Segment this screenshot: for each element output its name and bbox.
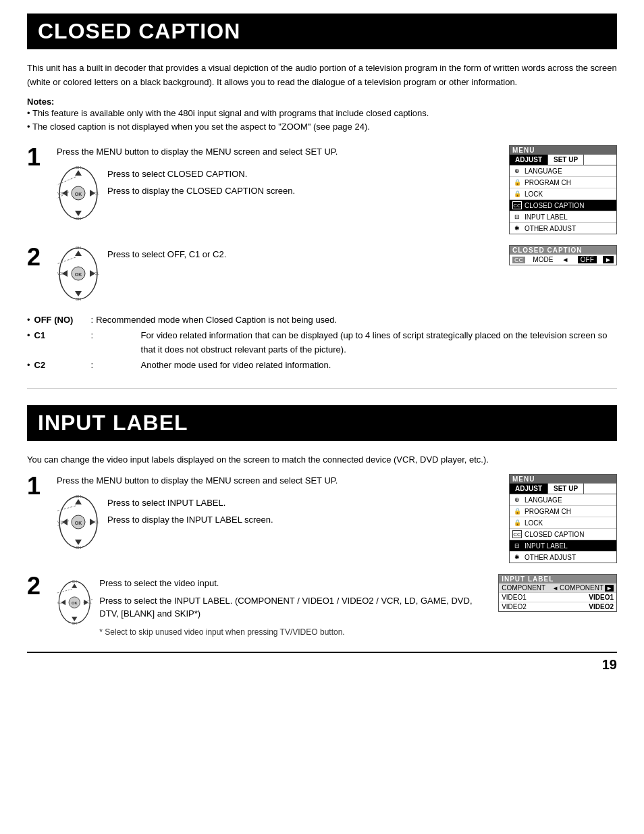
lock2-icon-2: 🔒 xyxy=(512,519,522,527)
ann-line-2: Press to display the CLOSED CAPTION scre… xyxy=(107,184,295,198)
menu-item-other-adjust: ✱ OTHER ADJUST xyxy=(510,223,616,234)
cc-step1: 1 Press the MENU button to display the M… xyxy=(27,145,617,234)
menu-item-progch-2: 🔒 PROGRAM CH xyxy=(510,506,616,517)
bullet-c1-colon: : xyxy=(91,329,138,357)
menu-tab-setup: SET UP xyxy=(548,155,584,165)
il-ann-text-3: Press to select the video input. xyxy=(99,577,219,590)
menu-item-oa-label: OTHER ADJUST xyxy=(525,225,576,232)
input-icon: ⊟ xyxy=(512,213,522,221)
menu-title-2: MENU xyxy=(510,475,616,484)
menu-item-lock: 🔒 LOCK xyxy=(510,188,616,200)
step1-main: Press the MENU button to display the MEN… xyxy=(57,145,501,159)
closed-caption-section: CLOSED CAPTION This unit has a built in … xyxy=(27,14,617,372)
globe-icon: ⊕ xyxy=(512,167,522,175)
svg-marker-15 xyxy=(75,291,82,296)
cc-mode-box: CLOSED CAPTION CC MODE ◄ OFF ► xyxy=(509,245,617,265)
lock-icon-2: 🔒 xyxy=(512,507,522,515)
svg-marker-39 xyxy=(72,583,77,588)
bullet-c2-label: C2 xyxy=(34,359,88,373)
bullet-c2-text: Another mode used for video related info… xyxy=(141,359,331,373)
il-display-box: INPUT LABEL COMPONENT ◄ COMPONENT ► VIDE… xyxy=(498,574,617,612)
il-ann-note: * Select to skip unused video input when… xyxy=(99,626,490,638)
menu-item-lock2-label: LOCK xyxy=(525,519,543,527)
il-ann-text-2: Press to display the INPUT LABEL screen. xyxy=(107,513,273,527)
svg-text:VOL: VOL xyxy=(92,191,99,195)
lock-icon: 🔒 xyxy=(512,178,522,186)
il-row-comp-value: ◄ COMPONENT ► xyxy=(552,584,614,592)
step1-body: Press the MENU button to display the MEN… xyxy=(57,145,617,234)
cc-box-title: CLOSED CAPTION xyxy=(510,246,616,255)
menu-item-lock-2: 🔒 LOCK xyxy=(510,517,616,529)
menu-item-lang-2: ⊕ LANGUAGE xyxy=(510,494,616,506)
menu-item-oa-2: ✱ OTHER ADJUST xyxy=(510,552,616,563)
page-number: 19 xyxy=(602,657,617,673)
menu-item-input-label: ⊟ INPUT LABEL xyxy=(510,211,616,223)
cc-bullet-list: • OFF (NO) : Recommended mode when Close… xyxy=(27,313,617,372)
svg-text:OK: OK xyxy=(75,191,82,196)
page-footer: 19 xyxy=(27,652,617,673)
svg-marker-26 xyxy=(75,499,82,504)
il-step2-number: 2 xyxy=(27,574,57,598)
il-row-v2-value: VIDEO2 xyxy=(589,603,614,610)
il-step2-body: OK CH VOL VOL CH Press to select the vid… xyxy=(57,574,617,638)
remote-illustration-2: OK CH VOL VOL CH xyxy=(57,245,101,303)
menu-display-2: MENU ADJUST SET UP ⊕ LANGUAGE 🔒 PROGRAM … xyxy=(509,474,617,563)
svg-line-49 xyxy=(57,590,72,594)
svg-text:VOL: VOL xyxy=(92,520,99,524)
il-box-title: INPUT LABEL xyxy=(499,575,616,583)
input-label-title: INPUT LABEL xyxy=(27,405,617,441)
note-item: This feature is available only with the … xyxy=(27,107,617,121)
il-step2: 2 OK CH VOL VOL CH xyxy=(27,574,617,638)
menu-item-progch-label: PROGRAM CH xyxy=(525,179,571,186)
svg-line-36 xyxy=(57,506,76,511)
il-ann-line-3: Press to select the video input. xyxy=(99,577,490,590)
cc-icon-2: CC xyxy=(512,530,522,538)
menu-tabs-1: ADJUST SET UP xyxy=(510,155,616,165)
cc-step2: 2 OK CH VOL VOL CH xyxy=(27,245,617,303)
ann-text-2: Press to display the CLOSED CAPTION scre… xyxy=(107,184,295,198)
svg-text:CH: CH xyxy=(76,494,82,498)
il-row-comp-label: COMPONENT xyxy=(502,584,552,592)
step2-number: 2 xyxy=(27,245,57,269)
svg-text:OK: OK xyxy=(75,520,82,525)
menu-title-1: MENU xyxy=(510,146,616,155)
menu-tab-adjust-2: ADJUST xyxy=(510,484,548,494)
il-step1: 1 Press the MENU button to display the M… xyxy=(27,474,617,563)
cc-mode-label: MODE xyxy=(533,256,553,263)
menu-item-lang-label: LANGUAGE xyxy=(525,167,562,175)
svg-text:CH: CH xyxy=(76,546,82,550)
il-step1-body: Press the MENU button to display the MEN… xyxy=(57,474,617,563)
star-icon: ✱ xyxy=(512,224,522,232)
il-row-video2: VIDEO2 VIDEO2 xyxy=(499,602,616,611)
closed-caption-intro: This unit has a built in decoder that pr… xyxy=(27,61,617,90)
menu-item-lock-label: LOCK xyxy=(525,190,543,198)
il-ann-text-1: Press to select INPUT LABEL. xyxy=(107,496,225,510)
section-divider xyxy=(27,388,617,389)
il-note-text: * Select to skip unused video input when… xyxy=(99,626,344,638)
bullet-c2: • C2 : Another mode used for video relat… xyxy=(27,359,617,373)
menu-item-il-label: INPUT LABEL xyxy=(525,213,568,221)
cc-icon-1: CC xyxy=(512,201,522,209)
menu-item-cc-label: CLOSED CAPTION xyxy=(525,202,584,209)
bullet-c2-colon: : xyxy=(91,359,138,373)
remote-illustration-4: OK CH VOL VOL CH xyxy=(57,574,92,631)
bullet-c1-text: For video related information that can b… xyxy=(141,329,617,357)
il-step1-main: Press the MENU button to display the MEN… xyxy=(57,474,501,488)
svg-marker-2 xyxy=(75,211,82,216)
il-step1-annotations: Press to select INPUT LABEL. Press to di… xyxy=(107,496,273,527)
closed-caption-title: CLOSED CAPTION xyxy=(27,14,617,49)
svg-line-11 xyxy=(57,177,76,185)
svg-text:VOL: VOL xyxy=(92,271,99,276)
notes-block: Notes: This feature is available only wi… xyxy=(27,97,617,135)
input-icon-2: ⊟ xyxy=(512,542,522,550)
menu-box-1: MENU ADJUST SET UP ⊕ LANGUAGE 🔒 PROGRAM … xyxy=(509,145,617,234)
globe-icon-2: ⊕ xyxy=(512,496,522,504)
il-row-component: COMPONENT ◄ COMPONENT ► xyxy=(499,583,616,593)
svg-text:VOL: VOL xyxy=(57,601,63,604)
cc-off-value: OFF xyxy=(578,256,597,263)
il-ann-text-4: Press to select the INPUT LABEL. (COMPON… xyxy=(99,594,490,621)
ann-line-3: Press to select OFF, C1 or C2. xyxy=(107,248,226,261)
step1-annotations: Press to select CLOSED CAPTION. Press to… xyxy=(107,167,295,198)
svg-text:VOL: VOL xyxy=(57,520,64,524)
bullet-off-text: Recommended mode when Closed Caption is … xyxy=(96,313,337,328)
